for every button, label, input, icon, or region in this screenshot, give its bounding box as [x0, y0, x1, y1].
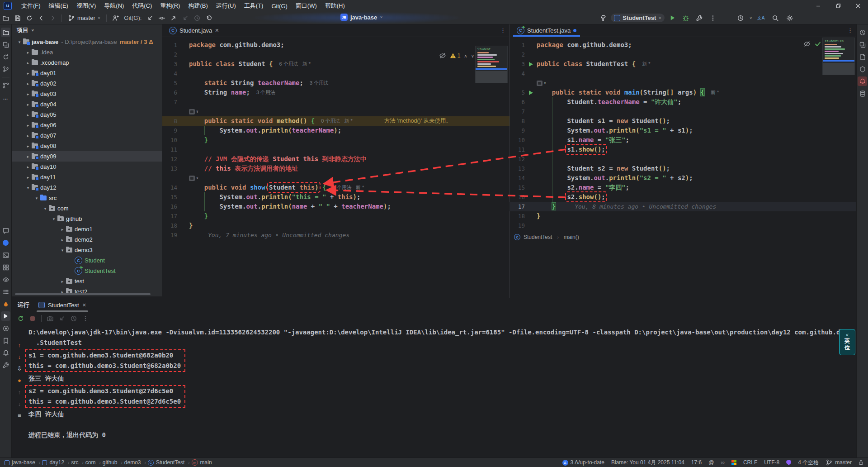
prev-problem-icon[interactable]: ∧ [464, 53, 467, 58]
project-icon[interactable] [1, 28, 10, 37]
recent-activity-icon[interactable] [735, 13, 746, 23]
chevron-right-icon[interactable]: ▸ [24, 102, 32, 107]
breadcrumb[interactable]: C StudentTest › main() [514, 234, 579, 240]
tree-item-src[interactable]: ▾src [11, 193, 162, 203]
notifications-icon[interactable] [1, 348, 10, 357]
profiler-icon[interactable] [1, 299, 10, 309]
project-panel-header[interactable]: 项目 ∨ [11, 24, 162, 37]
chevron-right-icon[interactable]: ▸ [24, 154, 32, 159]
open-icon[interactable] [0, 13, 12, 23]
menu-item-t[interactable]: 工具(T) [240, 0, 268, 12]
terminal-icon[interactable] [1, 250, 10, 260]
tree-item-day06[interactable]: ▸day06 [11, 120, 162, 130]
tree-item-day12[interactable]: ▾day12 [11, 182, 162, 193]
chevron-right-icon[interactable]: ▸ [24, 50, 32, 55]
breadcrumb-class[interactable]: StudentTest [524, 234, 552, 240]
indent-status[interactable]: 4 个空格 [798, 459, 819, 467]
lock-icon[interactable] [859, 460, 863, 465]
status-crumb-studenttest[interactable]: CStudentTest [148, 459, 184, 466]
status-crumb-src[interactable]: src [71, 459, 78, 466]
tree-horizontal-scrollbar[interactable] [15, 293, 151, 295]
status-crumb-main[interactable]: mmain [192, 459, 212, 466]
run-icon[interactable] [1, 311, 10, 321]
close-icon[interactable]: ✕ [82, 302, 86, 308]
more-icon[interactable] [80, 314, 91, 324]
commit-icon[interactable] [1, 52, 10, 62]
chevron-right-icon[interactable]: ▸ [24, 175, 32, 180]
editor-tabs-icon[interactable] [1, 40, 10, 49]
prev-occurrence-icon[interactable]: ↑ [18, 342, 21, 348]
collapse-chevron-icon[interactable]: < [846, 334, 849, 337]
tree-item-day10[interactable]: ▸day10 [11, 162, 162, 172]
chevron-down-icon[interactable]: ▾ [16, 40, 23, 44]
tree-item-day08[interactable]: ▸day08 [11, 141, 162, 151]
forward-icon[interactable] [47, 13, 59, 23]
menu-item-e[interactable]: 编辑(E) [45, 0, 72, 12]
run-icon[interactable] [666, 13, 678, 23]
chevron-right-icon[interactable]: ▸ [59, 227, 66, 232]
console[interactable]: ↑↓⇩●↑↓≡ D:\develop\java\jdk-17\bin\java.… [11, 325, 857, 458]
more-tool-windows-icon[interactable]: … [1, 93, 10, 102]
services-icon[interactable] [1, 262, 10, 272]
chevron-right-icon[interactable]: ▸ [24, 71, 32, 76]
tree-item-day05[interactable]: ▸day05 [11, 110, 162, 120]
chevron-down-icon[interactable]: ▾ [50, 217, 57, 221]
comments-icon[interactable] [1, 226, 10, 235]
code-editor-student[interactable]: 1package com.github.demo3;23public class… [162, 37, 509, 298]
run-line-icon[interactable] [529, 91, 533, 95]
menu-item-h[interactable]: 帮助(H) [321, 0, 349, 12]
branch-status[interactable]: master [826, 459, 852, 466]
highlighting-level-icon[interactable] [803, 40, 811, 48]
settings-icon[interactable] [784, 13, 796, 23]
tree-item-day01[interactable]: ▸day01 [11, 68, 162, 78]
fetch-icon[interactable] [179, 13, 191, 23]
minimap-left[interactable]: Student [475, 46, 508, 83]
chevron-right-icon[interactable]: ▸ [24, 113, 32, 117]
status-crumb-java-base[interactable]: java-base [5, 459, 35, 466]
stop-icon[interactable] [27, 314, 38, 324]
chevron-right-icon[interactable]: ▸ [24, 92, 32, 96]
maximize-button[interactable] [828, 0, 848, 12]
chevron-down-icon[interactable]: ▾ [59, 248, 66, 253]
tab-studenttest-java[interactable]: C StudentTest.java [513, 24, 580, 37]
scroll-to-end-icon[interactable]: ≡ [18, 412, 21, 419]
shield-icon[interactable] [786, 460, 791, 465]
tree-item-test[interactable]: ▸test [11, 276, 162, 286]
chevron-down-icon[interactable]: ▾ [42, 206, 49, 211]
tree-item-idea[interactable]: ▸.idea [11, 47, 162, 57]
annotate-user-icon[interactable] [109, 13, 121, 23]
structure-right-icon[interactable] [858, 40, 867, 49]
chevron-right-icon[interactable]: ▸ [59, 238, 66, 242]
project-widget[interactable]: JB java-base ∨ [337, 13, 387, 22]
menu-item-gitg[interactable]: Git(G) [267, 0, 291, 12]
chevron-right-icon[interactable]: ▸ [24, 123, 32, 128]
back-icon[interactable] [35, 13, 47, 23]
todo-icon[interactable] [1, 287, 10, 296]
annotation-icon[interactable]: @ [708, 459, 714, 466]
database-icon[interactable] [858, 89, 867, 98]
update-project-icon[interactable] [144, 13, 156, 23]
chevron-right-icon[interactable]: ▸ [24, 133, 32, 138]
infinity-icon[interactable]: ∞ [721, 459, 725, 466]
pull-requests-icon[interactable] [1, 64, 10, 74]
annotation-icon[interactable] [189, 176, 195, 181]
up-stack-trace-icon[interactable]: ↑ [18, 389, 21, 396]
chevron-right-icon[interactable]: ▸ [24, 81, 32, 86]
tree-item-javabase[interactable]: ▾java-base- D:\project\java-basemaster /… [11, 37, 162, 47]
menu-item-w[interactable]: 窗口(W) [292, 0, 321, 12]
close-icon[interactable]: ✕ [215, 28, 219, 33]
dependencies-icon[interactable] [858, 64, 867, 74]
status-crumb-day12[interactable]: day12 [42, 459, 64, 466]
documentation-icon[interactable] [858, 52, 867, 62]
tree-item-github[interactable]: ▾github [11, 214, 162, 224]
build-icon[interactable] [597, 13, 609, 23]
tab-options-icon[interactable]: ⋮ [500, 27, 506, 34]
git-sync-status[interactable]: Δ3 Δ/up-to-date [562, 459, 604, 466]
structure-icon[interactable] [1, 81, 10, 90]
bookmarks-icon[interactable] [1, 336, 10, 345]
tree-item-test2[interactable]: ▸test2 [11, 286, 162, 297]
profiler-icon[interactable] [693, 13, 705, 23]
debug-icon[interactable] [1, 324, 10, 333]
tree-item-studenttest[interactable]: CStudentTest [11, 266, 162, 276]
chevron-right-icon[interactable]: ▸ [24, 165, 32, 169]
